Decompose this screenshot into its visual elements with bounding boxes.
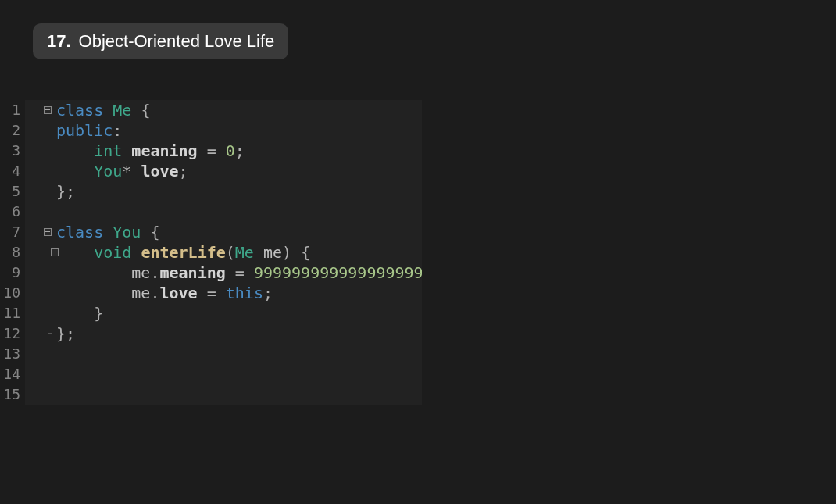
code-line[interactable]: 5 }; xyxy=(0,181,422,202)
code-content[interactable]: void enterLife(Me me) { xyxy=(56,242,422,263)
fold-icon[interactable] xyxy=(44,106,52,114)
code-line[interactable]: 13 xyxy=(0,344,422,364)
line-number: 5 xyxy=(0,181,25,202)
code-line[interactable]: 3 int meaning = 0; xyxy=(0,141,422,161)
line-number: 13 xyxy=(0,344,25,364)
line-number: 12 xyxy=(0,323,25,344)
code-line[interactable]: 1 class Me { xyxy=(0,100,422,120)
fold-icon[interactable] xyxy=(51,248,59,256)
title-text: Object-Oriented Love Life xyxy=(79,31,275,52)
line-number: 10 xyxy=(0,283,25,303)
line-number: 6 xyxy=(0,202,25,222)
code-content[interactable]: }; xyxy=(56,181,422,202)
line-number: 1 xyxy=(0,100,25,120)
code-line[interactable]: 6 xyxy=(0,202,422,222)
code-line[interactable]: 9 me.meaning = 999999999999999999 xyxy=(0,263,422,283)
line-number: 14 xyxy=(0,364,25,384)
code-line[interactable]: 14 xyxy=(0,364,422,384)
line-number: 4 xyxy=(0,161,25,181)
line-number: 15 xyxy=(0,384,25,405)
code-line[interactable]: 2 public: xyxy=(0,120,422,141)
code-line[interactable]: 8 void enterLife(Me me) { xyxy=(0,242,422,263)
code-editor[interactable]: 1 class Me { 2 public: 3 int meaning = 0… xyxy=(0,100,422,405)
code-content[interactable]: You* love; xyxy=(56,161,422,181)
line-number: 9 xyxy=(0,263,25,283)
line-number: 3 xyxy=(0,141,25,161)
line-number: 7 xyxy=(0,222,25,242)
code-line[interactable]: 4 You* love; xyxy=(0,161,422,181)
code-line[interactable]: 12 }; xyxy=(0,323,422,344)
code-content[interactable]: class Me { xyxy=(56,100,422,120)
code-content[interactable]: class You { xyxy=(56,222,422,242)
code-content[interactable]: me.love = this; xyxy=(56,283,422,303)
code-content[interactable]: }; xyxy=(56,323,422,344)
code-line[interactable]: 15 xyxy=(0,384,422,405)
line-number: 8 xyxy=(0,242,25,263)
code-line[interactable]: 7 class You { xyxy=(0,222,422,242)
title-badge: 17. Object-Oriented Love Life xyxy=(33,23,288,59)
title-number: 17. xyxy=(47,31,71,52)
line-number: 2 xyxy=(0,120,25,141)
code-content[interactable]: int meaning = 0; xyxy=(56,141,422,161)
fold-icon[interactable] xyxy=(44,228,52,236)
code-content[interactable]: public: xyxy=(56,120,422,141)
code-content[interactable]: } xyxy=(56,303,422,323)
code-content[interactable]: me.meaning = 999999999999999999 xyxy=(56,263,422,283)
code-line[interactable]: 10 me.love = this; xyxy=(0,283,422,303)
code-line[interactable]: 11 } xyxy=(0,303,422,323)
line-number: 11 xyxy=(0,303,25,323)
